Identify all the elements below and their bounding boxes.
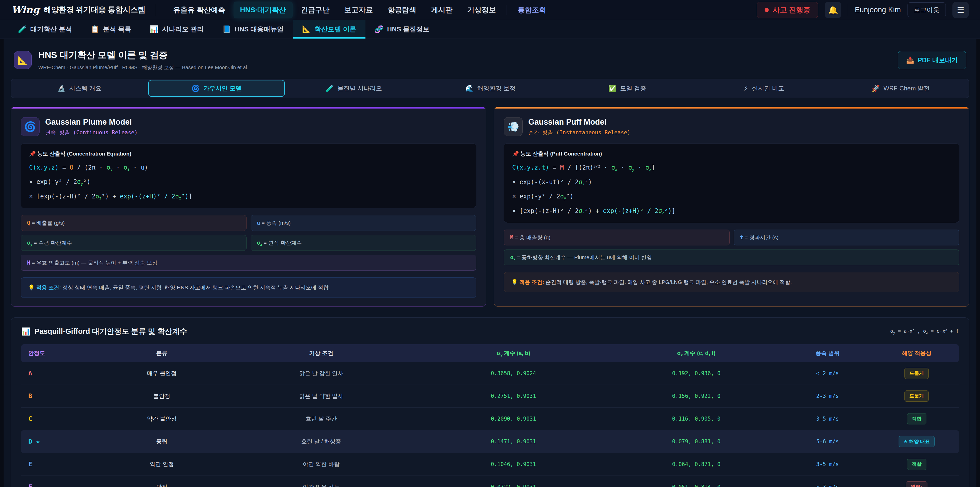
weather-condition: 야간 약한 바람	[228, 460, 415, 468]
equation-token: ²)	[664, 208, 672, 214]
subnav-item[interactable]: 📋분석 목록	[81, 20, 140, 38]
menu-item[interactable]: 항공탐색	[381, 2, 423, 18]
parameter-description: = 배출률 (g/s)	[30, 220, 65, 226]
subnav-item[interactable]: 🧬HNS 물질정보	[366, 20, 439, 38]
equation-token: exp(-(z+H)² / 2	[603, 208, 659, 214]
parameter-grid: M = 총 배출량 (g)t = 경과시간 (s)σx = 풍하방향 확산계수 …	[504, 230, 959, 265]
parameter-box: σz = 연직 확산계수	[251, 235, 476, 251]
table-header-cell: 기상 조건	[228, 349, 415, 357]
menu-item[interactable]: 보고자료	[338, 2, 380, 18]
equation-token: + f	[947, 328, 959, 334]
equation-token: 해양 적용성	[902, 350, 932, 356]
incident-dot-icon	[765, 8, 769, 12]
incident-status-badge: 사고 진행중	[757, 2, 818, 18]
pg-title-text: Pasquill-Gifford 대기안정도 분류 및 확산계수	[35, 326, 187, 337]
plume-icon: 🌀	[21, 117, 40, 136]
sigma-z-coefficients: 0.079, 0.881, 0	[612, 439, 781, 445]
weather-condition: 야간 맑은 하늘	[228, 483, 415, 487]
parameter-box: Q = 배출률 (g/s)	[21, 215, 247, 231]
top-navigation-bar: Wing 해양환경 위기대응 통합시스템 유출유 확산예측HNS·대기확산긴급구…	[0, 0, 980, 20]
subnav-item-label: HNS 물질정보	[387, 25, 430, 34]
tab-icon: 🧪	[326, 85, 334, 93]
sigma-z-coefficients: 0.156, 0.922, 0	[612, 393, 781, 399]
tab-해양환경 보정[interactable]: 🌊해양환경 보정	[423, 80, 558, 97]
sub-navigation-bar: 🧪대기확산 분석📋분석 목록📊시나리오 관리📘HNS 대응매뉴얼📐확산모델 이론…	[0, 20, 980, 39]
subnav-item[interactable]: 📊시나리오 관리	[140, 20, 213, 38]
menu-item[interactable]: 통합조회	[511, 2, 553, 18]
equation-token: z	[99, 196, 102, 200]
menu-item[interactable]: 게시판	[425, 2, 459, 18]
subnav-item-icon: 🧪	[18, 25, 27, 34]
stability-class: 약간 불안정	[96, 415, 228, 423]
applicability-badge: 적합	[907, 459, 926, 470]
stability-grade: C	[21, 415, 96, 422]
bulb-icon: 💡	[511, 279, 519, 285]
parameter-symbol: σx	[510, 254, 515, 260]
equation-token: = c·x	[928, 328, 945, 334]
tab-시스템 개요[interactable]: 🔬시스템 개요	[11, 80, 147, 97]
parameter-symbol: H	[27, 260, 30, 266]
subnav-item[interactable]: 📐확산모델 이론	[293, 20, 366, 38]
equation-token: b	[913, 329, 915, 332]
parameter-grid: Q = 배출률 (g/s)u = 풍속 (m/s)σy = 수평 확산계수σz …	[21, 215, 476, 271]
incident-label: 사고 진행중	[773, 5, 811, 15]
wind-range: 3-5 m/s	[781, 461, 874, 467]
logout-button[interactable]: 로그아웃	[907, 2, 946, 18]
card-accent-line	[494, 107, 969, 109]
note-label: 적용 조건:	[519, 279, 544, 285]
pdf-export-label: PDF 내보내기	[918, 56, 958, 64]
sigma-y-coefficients: 0.2090, 0.9031	[415, 416, 612, 422]
equation-token: ,	[915, 328, 923, 334]
equation-token: z	[662, 211, 664, 215]
equation-token: C(x,y,z,t)	[512, 164, 549, 171]
equation-token: =	[549, 164, 560, 171]
subnav-item[interactable]: 🧪대기확산 분석	[9, 20, 81, 38]
equation-token: σ	[659, 208, 662, 214]
note-label: 적용 조건:	[36, 284, 61, 291]
parameter-box: u = 풍속 (m/s)	[251, 215, 476, 231]
pdf-export-button[interactable]: 📥 PDF 내보내기	[898, 51, 966, 69]
equation-token: x	[582, 182, 585, 186]
equation-token: / [(2π)	[564, 164, 593, 171]
equation-token: 기상 조건	[309, 350, 333, 356]
pg-section-head: 📊 Pasquill-Gifford 대기안정도 분류 및 확산계수 σy = …	[21, 326, 959, 337]
equation-token: σ	[175, 193, 179, 200]
equation-token: 분류	[156, 350, 167, 356]
equation-token: σ	[95, 193, 99, 200]
tab-물질별 시나리오[interactable]: 🧪물질별 시나리오	[286, 80, 422, 97]
subnav-item[interactable]: 📘HNS 대응매뉴얼	[213, 20, 293, 38]
menu-item[interactable]: 유출유 확산예측	[167, 2, 232, 18]
weather-condition: 맑은 날 강한 일사	[228, 369, 415, 377]
equation-token: ²)	[585, 179, 592, 186]
tab-실시간 비교[interactable]: ⚡실시간 비교	[696, 80, 832, 97]
equation-token: exp(-(z+H)² / 2	[120, 193, 175, 200]
page-subtitle: WRF-Chem · Gaussian Plume/Puff · ROMS · …	[38, 64, 248, 71]
page-title-block: HNS 대기확산 모델 이론 및 검증 WRF-Chem · Gaussian …	[38, 49, 248, 71]
menu-item[interactable]: 기상정보	[461, 2, 503, 18]
menu-item[interactable]: HNS·대기확산	[234, 2, 293, 18]
equation-token: z	[582, 211, 585, 215]
sigma-y-coefficients: 0.3658, 0.9024	[415, 370, 612, 377]
equation-token: 풍속 범위	[816, 350, 840, 356]
equation-token: σ	[677, 350, 681, 356]
equation-token: u	[549, 179, 553, 186]
table-header-row: 안정도분류기상 조건σy 계수 (a, b)σz 계수 (c, d, f)풍속 …	[21, 344, 959, 362]
tab-가우시안 모델[interactable]: 🌀가우시안 모델	[148, 80, 285, 97]
equation-token: × exp(-y² / 2	[512, 193, 560, 200]
bar-chart-icon: 📊	[21, 327, 30, 336]
puff-model-card: 💨Gaussian Puff Model순간 방출 (Instantaneous…	[494, 107, 969, 307]
tab-WRF-Chem 발전[interactable]: 🚀WRF-Chem 발전	[833, 80, 969, 97]
marine-applicability-cell: 드물게	[874, 368, 959, 379]
parameter-symbol: σz	[257, 240, 262, 246]
tab-모델 검증[interactable]: ✅모델 검증	[559, 80, 695, 97]
menu-item[interactable]: 긴급구난	[294, 2, 336, 18]
equation-token: y	[501, 353, 503, 357]
stability-class: 매우 불안정	[96, 369, 228, 377]
equation-token: M	[560, 164, 564, 171]
hamburger-menu-button[interactable]: ☰	[953, 2, 969, 18]
sigma-formula-hint: σy = a·xb , σz = c·xd + f	[890, 328, 959, 335]
equation-token: u	[141, 164, 144, 171]
notifications-button[interactable]: 🔔	[825, 2, 841, 18]
tab-icon: ⚡	[744, 85, 748, 93]
equation-token: × [exp(-(z-H)² / 2	[29, 193, 95, 200]
